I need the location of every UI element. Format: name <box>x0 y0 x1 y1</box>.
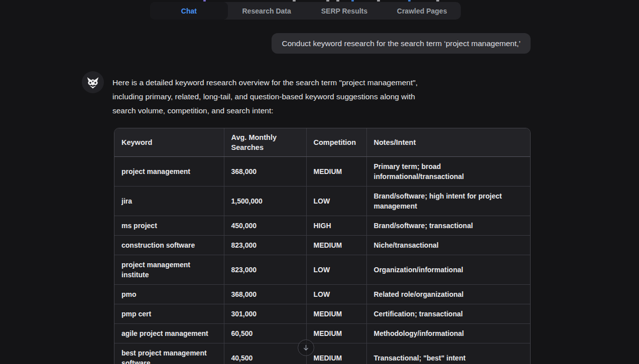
table-header-row: Keyword Avg. Monthly Searches Competitio… <box>114 128 531 157</box>
cell-competition: MEDIUM <box>306 304 366 324</box>
cell-competition: MEDIUM <box>306 236 366 255</box>
cell-competition: MEDIUM <box>306 324 366 343</box>
tab-crawled-pages[interactable]: Crawled Pages <box>383 2 461 20</box>
cell-keyword: pmp cert <box>114 304 224 324</box>
cell-searches: 60,500 <box>224 324 306 343</box>
chat-panel: Chat Research Data SERP Results Crawled … <box>0 0 639 364</box>
cell-competition: HIGH <box>306 216 366 236</box>
cell-keyword: agile project management <box>114 324 224 343</box>
cell-searches: 823,000 <box>224 255 306 285</box>
cell-searches: 450,000 <box>224 216 306 236</box>
table-row: pmo 368,000 LOW Related role/organizatio… <box>114 285 531 304</box>
cell-notes: Certification; transactional <box>366 304 531 324</box>
keyword-research-table: Keyword Avg. Monthly Searches Competitio… <box>114 128 531 364</box>
cell-notes: Brand/software; high intent for project … <box>366 187 531 216</box>
table-row: best project management software 40,500 … <box>114 343 531 364</box>
cell-searches: 301,000 <box>224 304 306 324</box>
cell-keyword: pmo <box>114 285 224 304</box>
scroll-to-bottom-button[interactable] <box>298 339 314 356</box>
tab-chat[interactable]: Chat <box>150 2 228 20</box>
cell-notes: Methodology/informational <box>366 324 531 343</box>
assistant-message: Here is a detailed keyword research over… <box>112 76 438 118</box>
cell-searches: 823,000 <box>224 236 306 255</box>
cell-notes: Niche/transactional <box>366 236 531 255</box>
cell-keyword: ms project <box>114 216 224 236</box>
cell-notes: Primary term; broad informational/transa… <box>366 157 531 187</box>
user-message-bubble: Conduct keyword research for the search … <box>272 33 531 54</box>
arrow-down-icon <box>302 344 310 351</box>
user-message-text: Conduct keyword research for the search … <box>282 39 521 48</box>
tab-research-data[interactable]: Research Data <box>228 2 306 20</box>
table-row: ms project 450,000 HIGH Brand/software; … <box>114 216 531 236</box>
table-row: construction software 823,000 MEDIUM Nic… <box>114 236 531 255</box>
cell-notes: Related role/organizational <box>366 285 531 304</box>
cell-competition: LOW <box>306 255 366 285</box>
cell-notes: Organization/informational <box>366 255 531 285</box>
table-row: jira 1,500,000 LOW Brand/software; high … <box>114 187 531 216</box>
cell-competition: LOW <box>306 187 366 216</box>
table-row: project management 368,000 MEDIUM Primar… <box>114 157 531 187</box>
cell-competition: LOW <box>306 285 366 304</box>
owl-icon <box>84 74 101 91</box>
cell-keyword: project management institute <box>114 255 224 285</box>
header-avg-monthly-searches: Avg. Monthly Searches <box>224 128 306 157</box>
cell-searches: 40,500 <box>224 343 306 364</box>
table-row: agile project management 60,500 MEDIUM M… <box>114 324 531 343</box>
cell-keyword: construction software <box>114 236 224 255</box>
cell-competition: MEDIUM <box>306 343 366 364</box>
tab-bar: Chat Research Data SERP Results Crawled … <box>150 2 461 20</box>
cell-searches: 368,000 <box>224 157 306 187</box>
header-notes-intent: Notes/Intent <box>366 128 531 157</box>
table-row: pmp cert 301,000 MEDIUM Certification; t… <box>114 304 531 324</box>
assistant-avatar <box>82 71 104 93</box>
cell-searches: 1,500,000 <box>224 187 306 216</box>
cell-competition: MEDIUM <box>306 157 366 187</box>
tab-serp-results[interactable]: SERP Results <box>306 2 384 20</box>
table-row: project management institute 823,000 LOW… <box>114 255 531 285</box>
cell-keyword: project management <box>114 157 224 187</box>
cell-notes: Transactional; "best" intent <box>366 343 531 364</box>
cell-notes: Brand/software; transactional <box>366 216 531 236</box>
cell-keyword: jira <box>114 187 224 216</box>
header-keyword: Keyword <box>114 128 224 157</box>
cell-searches: 368,000 <box>224 285 306 304</box>
header-competition: Competition <box>306 128 366 157</box>
cell-keyword: best project management software <box>114 343 224 364</box>
